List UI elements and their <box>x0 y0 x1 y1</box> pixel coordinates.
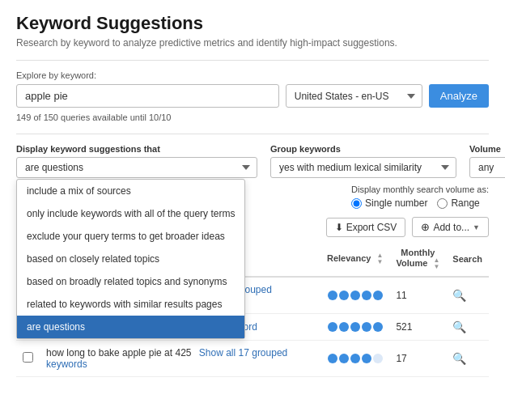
display-dropdown: include a mix of sources only include ke… <box>16 179 245 339</box>
relevancy-sort-icon[interactable]: ▲ ▼ <box>376 252 383 265</box>
row3-keyword-cell: how long to bake apple pie at 425 Show a… <box>40 341 320 377</box>
row2-volume-cell: 521 <box>389 314 446 341</box>
volume-filter-wrapper: any 0-100 100-1000 1000+ <box>469 157 505 178</box>
dot <box>339 291 349 300</box>
dot <box>328 291 337 300</box>
row3-dots <box>327 354 383 363</box>
dot <box>339 322 349 332</box>
plus-icon: ⊕ <box>421 221 430 233</box>
display-filter-wrapper: are questions include a mix of sources o… <box>16 157 257 178</box>
radio-single[interactable]: Single number <box>351 197 427 209</box>
display-filter-select[interactable]: are questions include a mix of sources o… <box>16 157 257 178</box>
dot <box>362 322 371 332</box>
dropdown-item-broadly-related[interactable]: based on broadly related topics and syno… <box>17 270 244 293</box>
divider-top <box>16 60 489 61</box>
row1-search-cell: 🔍 <box>446 277 489 314</box>
download-icon: ⬇ <box>335 222 343 233</box>
query-info: 149 of 150 queries available until 10/10 <box>16 112 489 122</box>
th-search-label: Search <box>452 254 482 264</box>
radio-single-label: Single number <box>365 197 427 209</box>
radio-range-input[interactable] <box>437 198 448 209</box>
row3-checkbox[interactable] <box>23 352 33 363</box>
display-filter-label: Display keyword suggestions that <box>16 144 257 154</box>
dropdown-item-mix[interactable]: include a mix of sources <box>17 180 244 202</box>
th-relevancy: Relevancy ▲ ▼ <box>320 242 389 277</box>
radio-range-label: Range <box>451 197 479 209</box>
row1-search-button[interactable]: 🔍 <box>452 289 466 302</box>
export-label: Export CSV <box>346 222 397 233</box>
dot-empty <box>373 354 383 363</box>
search-input[interactable] <box>16 84 279 108</box>
row3-volume: 17 <box>396 353 406 364</box>
page-subtitle: Research by keyword to analyze predictiv… <box>16 37 489 49</box>
volume-filter-select[interactable]: any 0-100 100-1000 1000+ <box>469 157 505 178</box>
row3-search-button[interactable]: 🔍 <box>452 352 466 365</box>
row2-search-button[interactable]: 🔍 <box>452 320 466 333</box>
dot <box>373 291 383 300</box>
group-filter-wrapper: yes with medium lexical similarity yes w… <box>270 157 456 178</box>
row1-volume-cell: 11 <box>389 277 446 314</box>
dropdown-item-similar-results[interactable]: related to keywords with similar results… <box>17 293 244 316</box>
dot <box>339 354 349 363</box>
dropdown-item-all-terms[interactable]: only include keywords with all of the qu… <box>17 202 244 225</box>
search-row: United States - en-US United Kingdom - e… <box>16 84 489 108</box>
add-chevron-icon: ▼ <box>473 223 480 231</box>
group-filter-label: Group keywords <box>270 144 456 154</box>
dot <box>350 354 360 363</box>
dropdown-item-broader[interactable]: exclude your query terms to get broader … <box>17 225 244 248</box>
row3-keyword-text: how long to bake apple pie at 425 <box>46 347 191 358</box>
display-monthly-label: Display monthly search volume as: <box>351 185 489 194</box>
display-monthly-wrapper: Display monthly search volume as: Single… <box>351 185 489 209</box>
th-volume-label: MonthlyVolume <box>396 248 435 268</box>
th-monthly-volume: MonthlyVolume ▲ ▼ <box>389 242 446 277</box>
top-filters: Display keyword suggestions that are que… <box>16 144 489 178</box>
dot <box>350 291 360 300</box>
page-title: Keyword Suggestions <box>16 13 489 34</box>
th-search: Search <box>446 242 489 277</box>
dropdown-item-closely-related[interactable]: based on closely related topics <box>17 248 244 270</box>
analyze-button[interactable]: Analyze <box>429 84 489 108</box>
table-row: how long to bake apple pie at 425 Show a… <box>16 341 489 377</box>
export-csv-button[interactable]: ⬇ Export CSV <box>326 218 406 237</box>
dropdown-item-questions[interactable]: are questions <box>17 316 244 338</box>
row1-volume: 11 <box>396 290 406 301</box>
dot <box>362 354 371 363</box>
row2-search-cell: 🔍 <box>446 314 489 341</box>
group-filter-group: Group keywords yes with medium lexical s… <box>270 144 456 178</box>
dot <box>328 322 337 332</box>
explore-label: Explore by keyword: <box>16 70 489 80</box>
dot <box>362 291 371 300</box>
divider-middle <box>16 134 489 134</box>
row3-search-cell: 🔍 <box>446 341 489 377</box>
volume-filter-label: Volume <box>469 144 505 154</box>
dot <box>373 322 383 332</box>
radio-range[interactable]: Range <box>437 197 479 209</box>
add-label: Add to... <box>433 222 469 233</box>
row1-dots <box>327 291 383 300</box>
row2-dots <box>327 322 383 332</box>
volume-sort-icon[interactable]: ▲ ▼ <box>433 257 439 270</box>
th-relevancy-label: Relevancy <box>327 253 371 263</box>
dot <box>328 354 337 363</box>
country-select[interactable]: United States - en-US United Kingdom - e… <box>286 84 422 108</box>
radio-group: Single number Range <box>351 197 489 209</box>
row3-volume-cell: 17 <box>389 341 446 377</box>
dot <box>350 322 360 332</box>
radio-single-input[interactable] <box>351 198 362 209</box>
row3-relevancy-cell <box>320 341 389 377</box>
volume-filter-group: Volume any 0-100 100-1000 1000+ <box>469 144 505 178</box>
row3-checkbox-cell <box>16 341 40 377</box>
row2-volume: 521 <box>396 321 412 333</box>
row2-relevancy-cell <box>320 314 389 341</box>
row1-relevancy-cell <box>320 277 389 314</box>
add-to-button[interactable]: ⊕ Add to... ▼ <box>412 217 489 237</box>
filters-section: Display keyword suggestions that are que… <box>16 144 489 209</box>
group-filter-select[interactable]: yes with medium lexical similarity yes w… <box>270 157 456 178</box>
display-filter-group: Display keyword suggestions that are que… <box>16 144 257 178</box>
